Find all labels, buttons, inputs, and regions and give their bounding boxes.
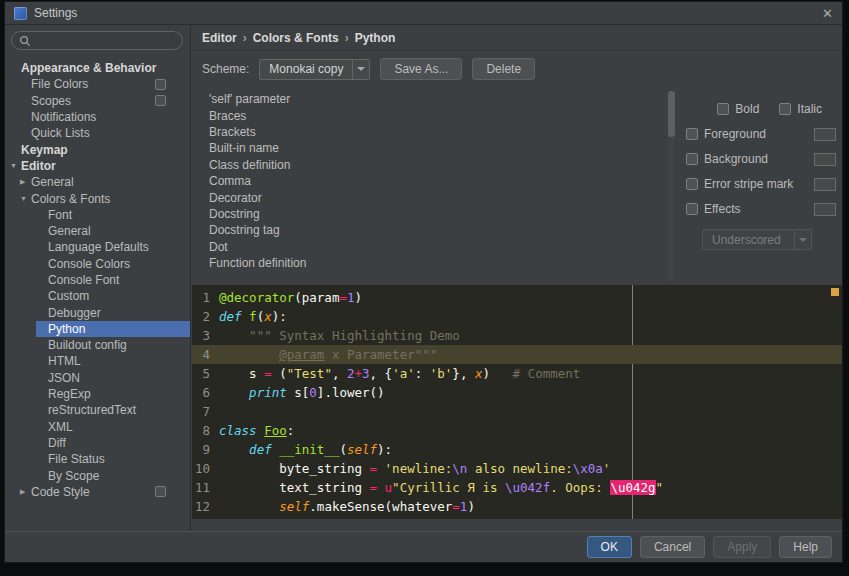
sidebar-item-label: Custom (48, 289, 93, 303)
element-list-item[interactable]: Built-in name (200, 140, 666, 156)
sidebar-item-xml[interactable]: XML (5, 419, 190, 435)
settings-window-icon (14, 7, 27, 20)
sidebar-item-keymap[interactable]: Keymap (5, 141, 190, 157)
sidebar-item-label: Editor (21, 159, 60, 173)
code-line: 7 (192, 402, 842, 421)
sidebar-item-custom[interactable]: Custom (5, 288, 190, 304)
sidebar-item-label: Console Font (48, 273, 123, 287)
sidebar-item-file-colors[interactable]: File Colors (5, 76, 190, 92)
line-number: 3 (192, 326, 219, 345)
element-list-item[interactable]: Brackets (200, 124, 666, 140)
desktop-background: Settings ✕ Appearance & BehaviorFile Col… (0, 0, 849, 576)
sidebar-item-console-font[interactable]: Console Font (5, 272, 190, 288)
sidebar-item-label: Language Defaults (48, 240, 153, 254)
search-box[interactable] (11, 31, 183, 50)
background-color-swatch[interactable] (814, 153, 836, 166)
scheme-label: Scheme: (202, 62, 249, 76)
help-button[interactable]: Help (779, 536, 832, 558)
effect-style-dropdown[interactable]: Underscored (702, 229, 812, 250)
sidebar-item-font[interactable]: Font (5, 207, 190, 223)
attribute-panel: Bold Italic Foreground (686, 101, 836, 250)
element-list-item[interactable]: Comma (200, 173, 666, 189)
effects-color-swatch[interactable] (814, 203, 836, 216)
sidebar-item-label: By Scope (48, 469, 103, 483)
element-list-item[interactable]: Docstring (200, 206, 666, 222)
sidebar-item-label: Code Style (31, 485, 94, 499)
sidebar-item-label: XML (48, 420, 77, 434)
scrollbar-thumb[interactable] (668, 91, 675, 137)
sidebar-item-general[interactable]: General (5, 223, 190, 239)
sidebar-item-buildout-config[interactable]: Buildout config (5, 337, 190, 353)
apply-button[interactable]: Apply (713, 536, 771, 558)
element-list-item[interactable]: Class definition (200, 157, 666, 173)
line-number: 8 (192, 421, 219, 440)
chevron-down-icon[interactable]: ▼ (10, 162, 21, 169)
element-list-item[interactable]: Function definition (200, 255, 666, 271)
sidebar-item-language-defaults[interactable]: Language Defaults (5, 239, 190, 255)
foreground-checkbox[interactable]: Foreground (686, 127, 814, 141)
ok-button[interactable]: OK (587, 536, 632, 558)
element-list-item[interactable]: Docstring tag (200, 222, 666, 238)
foreground-color-swatch[interactable] (814, 128, 836, 141)
code-line: 12 self.makeSense(whatever=1) (192, 497, 842, 516)
sidebar-item-file-status[interactable]: File Status (5, 451, 190, 467)
sidebar-item-label: Buildout config (48, 338, 131, 352)
element-list-item[interactable]: 'self' parameter (200, 91, 666, 107)
sidebar-item-general[interactable]: ▶General (5, 174, 190, 190)
cancel-button[interactable]: Cancel (640, 536, 705, 558)
save-as-button[interactable]: Save As... (380, 58, 462, 80)
scheme-row: Scheme: Monokai copy Save As... Delete (192, 51, 842, 87)
background-row: Background (686, 152, 836, 166)
sidebar-item-debugger[interactable]: Debugger (5, 304, 190, 320)
sidebar-item-colors-fonts[interactable]: ▼Colors & Fonts (5, 190, 190, 206)
chevron-right-icon[interactable]: ▶ (20, 178, 31, 186)
chevron-down-icon[interactable] (352, 60, 369, 79)
settings-window: Settings ✕ Appearance & BehaviorFile Col… (4, 1, 843, 563)
background-checkbox[interactable]: Background (686, 152, 814, 166)
breadcrumb: Editor › Colors & Fonts › Python (192, 25, 842, 51)
sidebar-item-label: Font (48, 208, 76, 222)
italic-checkbox[interactable]: Italic (779, 102, 822, 116)
sidebar-item-editor[interactable]: ▼Editor (5, 158, 190, 174)
sidebar-item-label: Notifications (31, 110, 100, 124)
code-text: def __init__(self): (219, 440, 392, 459)
close-icon[interactable]: ✕ (822, 7, 833, 20)
sidebar-item-console-colors[interactable]: Console Colors (5, 256, 190, 272)
line-number: 10 (192, 459, 219, 478)
sidebar-item-quick-lists[interactable]: Quick Lists (5, 125, 190, 141)
sidebar-item-scopes[interactable]: Scopes (5, 93, 190, 109)
sidebar-item-html[interactable]: HTML (5, 353, 190, 369)
sidebar-item-regexp[interactable]: RegExp (5, 386, 190, 402)
scheme-select-value: Monokai copy (260, 60, 352, 79)
breadcrumb-part: Editor (202, 31, 237, 45)
search-input[interactable] (36, 33, 175, 48)
sidebar-item-code-style[interactable]: ▶Code Style (5, 484, 190, 500)
sidebar-item-notifications[interactable]: Notifications (5, 109, 190, 125)
delete-button[interactable]: Delete (472, 58, 535, 80)
chevron-right-icon[interactable]: ▶ (20, 488, 31, 496)
sidebar-item-by-scope[interactable]: By Scope (5, 467, 190, 483)
line-number: 11 (192, 478, 219, 497)
breadcrumb-separator: › (345, 31, 349, 45)
code-line: 10 byte_string = 'newline:\n also newlin… (192, 459, 842, 478)
code-line: 1@decorator(param=1) (192, 288, 842, 307)
sidebar-item-appearance-behavior[interactable]: Appearance & Behavior (5, 60, 190, 76)
sidebar-item-diff[interactable]: Diff (5, 435, 190, 451)
element-list-item[interactable]: Decorator (200, 189, 666, 205)
sidebar-item-python[interactable]: Python (5, 321, 190, 337)
element-list-item[interactable]: Braces (200, 107, 666, 123)
line-number: 12 (192, 497, 219, 516)
titlebar[interactable]: Settings ✕ (5, 2, 842, 25)
effects-checkbox[interactable]: Effects (686, 202, 814, 216)
element-list-scrollbar[interactable] (668, 91, 675, 281)
element-list-item[interactable]: Dot (200, 239, 666, 255)
chevron-down-icon[interactable]: ▼ (20, 195, 31, 202)
scheme-select[interactable]: Monokai copy (259, 59, 370, 80)
bold-checkbox[interactable]: Bold (717, 102, 759, 116)
code-text: s = ("Test", 2+3, {'a': 'b'}, x) # Comme… (219, 364, 580, 383)
sidebar-item-restructuredtext[interactable]: reStructuredText (5, 402, 190, 418)
error-stripe-color-swatch[interactable] (814, 178, 836, 191)
error-stripe-checkbox[interactable]: Error stripe mark (686, 177, 814, 191)
sidebar-item-json[interactable]: JSON (5, 370, 190, 386)
code-line: 4 @param x Parameter""" (192, 345, 842, 364)
